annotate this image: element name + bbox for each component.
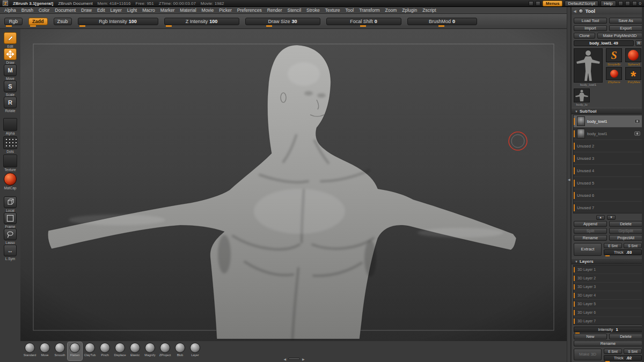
brushmod-slider[interactable]: BrushMod0 [407, 18, 477, 25]
layers-ssmt-button[interactable]: S Smt [624, 349, 642, 354]
menu-item-preferences[interactable]: Preferences [237, 8, 262, 13]
scale-tool-button[interactable]: S Scale [2, 80, 18, 97]
help-button[interactable]: Help [601, 1, 616, 6]
zadd-button[interactable]: Zadd [28, 18, 48, 25]
ssmt-button[interactable]: S Smt [624, 243, 642, 248]
scroll-right-icon[interactable]: ▶ [302, 357, 305, 361]
subtool-row[interactable]: Unused 6 [574, 189, 642, 202]
menu-item-light[interactable]: Light [127, 8, 137, 13]
layer-row[interactable]: 3D Layer 4 [574, 291, 642, 300]
z-intensity-slider[interactable]: Z Intensity100 [164, 18, 239, 25]
horizontal-scrollbar[interactable]: ◀ ▶ [278, 357, 310, 361]
import-button[interactable]: Import [574, 25, 607, 31]
draw-tool-button[interactable]: Draw [2, 48, 18, 64]
intensity-slider[interactable]: Intensity 1 [574, 327, 642, 333]
eye-icon[interactable] [634, 119, 640, 123]
stroke-selector[interactable]: Dots [2, 136, 18, 153]
layer-row[interactable]: 3D Layer 7 [574, 317, 642, 325]
window-icon-1[interactable] [529, 1, 533, 6]
save-as-button[interactable]: Save As [609, 18, 642, 24]
layers-esmt-button[interactable]: E Smt [604, 349, 622, 354]
layer-row[interactable]: 3D Layer 3 [574, 283, 642, 291]
zsphere-tool-thumb[interactable] [606, 67, 622, 80]
esmt-button[interactable]: E Smt [604, 243, 622, 248]
subtool-row[interactable]: Unused 4 [574, 165, 642, 177]
brush-pinch[interactable]: Pinch [98, 342, 112, 360]
draw-size-slider[interactable]: Draw Size30 [245, 18, 320, 25]
menu-item-picker[interactable]: Picker [219, 8, 232, 13]
menu-item-draw[interactable]: Draw [81, 8, 92, 13]
layers-section-header[interactable]: ▼Layers [572, 258, 644, 264]
menu-item-marker[interactable]: Marker [160, 8, 174, 13]
subtool-up-button[interactable]: ▲ [596, 215, 605, 220]
menu-item-color[interactable]: Color [39, 8, 49, 13]
frame-button[interactable]: Frame [2, 212, 18, 228]
move-tool-button[interactable]: M Move [2, 64, 18, 80]
brush-smooth[interactable]: Smooth [53, 342, 67, 360]
brush-flatten[interactable]: Flatten [68, 342, 82, 360]
active-tool-thumbnail[interactable] [574, 48, 603, 83]
brush-standard[interactable]: Standard [23, 342, 37, 360]
rename-subtool-button[interactable]: Rename [574, 235, 607, 241]
menu-item-document[interactable]: Document [55, 8, 76, 13]
menu-item-render[interactable]: Render [267, 8, 282, 13]
sculpt-canvas[interactable] [20, 29, 567, 341]
subtool-row[interactable]: Unused 2 [574, 140, 642, 152]
menu-item-movie[interactable]: Movie [202, 8, 214, 13]
projectall-button[interactable]: ProjectAll [609, 235, 642, 241]
polymesh-tool-thumb[interactable]: * [625, 67, 641, 80]
subtool-row[interactable]: Unused 7 [574, 202, 642, 213]
menu-item-zoom[interactable]: Zoom [385, 8, 397, 13]
alpha-selector[interactable]: Alpha [2, 118, 18, 135]
brush-magnify[interactable]: Magnify [143, 342, 157, 360]
rename-layer-button[interactable]: Rename [574, 341, 642, 346]
delete-layer-button[interactable]: Delete [609, 334, 642, 339]
make-polymesh3d-button[interactable]: Make PolyMesh3D [597, 33, 642, 39]
subtool-row[interactable]: Unused 3 [574, 152, 642, 165]
make-3d-button[interactable]: Make 3D [574, 349, 602, 360]
window-icon-4[interactable] [625, 1, 630, 6]
split-button[interactable]: Split [574, 228, 607, 234]
tool-palette-header[interactable]: ◀ Tool [572, 8, 644, 14]
default-zscript-button[interactable]: DefaultZScript [565, 1, 598, 6]
menu-item-texture[interactable]: Texture [325, 8, 340, 13]
rgb-button[interactable]: Rgb [4, 18, 23, 25]
menu-item-alpha[interactable]: Alpha [4, 8, 16, 13]
panel-scrollbar[interactable] [642, 7, 644, 362]
subtool-row[interactable]: body_lowl1 [574, 128, 642, 140]
grpsplit-button[interactable]: GrpSplit [609, 228, 642, 234]
texture-selector[interactable]: Texture [2, 154, 18, 172]
clone-button[interactable]: Clone [574, 33, 595, 39]
menu-item-macro[interactable]: Macro [142, 8, 155, 13]
export-button[interactable]: Export [609, 25, 642, 31]
subtool-row[interactable]: body_lowl1 [574, 115, 642, 128]
collapse-panel-icon[interactable]: ◀ [568, 178, 570, 181]
active-tool-name[interactable]: body_lowl1. 49 [574, 40, 634, 46]
window-icon-2[interactable] [536, 1, 540, 6]
menu-item-tool[interactable]: Tool [346, 8, 354, 13]
rgb-intensity-slider[interactable]: Rgb Intensity100 [78, 18, 158, 25]
panel-divider[interactable]: ◀ [567, 7, 571, 362]
brush-displace[interactable]: Displace [113, 342, 127, 360]
window-icon-5[interactable] [632, 1, 637, 6]
lsym-button[interactable]: ↔ L.Sym [2, 245, 18, 261]
menu-item-edit[interactable]: Edit [97, 8, 105, 13]
menus-button[interactable]: Menus [543, 1, 562, 6]
layers-thick-slider[interactable]: Thick .02 [604, 355, 642, 361]
palette-collapse-icon[interactable]: ◀ [574, 9, 576, 13]
eye-icon[interactable] [634, 131, 640, 136]
local-button[interactable]: Local [2, 196, 18, 212]
append-button[interactable]: Append [574, 221, 607, 227]
menu-item-layer[interactable]: Layer [111, 8, 122, 13]
layer-row[interactable]: 3D Layer 2 [574, 274, 642, 283]
window-icon-3[interactable] [618, 1, 623, 6]
extra-tool-thumb[interactable] [574, 88, 590, 102]
menu-item-material[interactable]: Material [180, 8, 196, 13]
layer-row[interactable]: 3D Layer 5 [574, 300, 642, 308]
focal-shift-slider[interactable]: Focal Shift0 [326, 18, 401, 25]
thick-slider[interactable]: Thick .03 [604, 249, 642, 255]
sphere3d-tool-thumb[interactable] [625, 48, 641, 62]
menu-item-zscript[interactable]: Zscript [422, 8, 436, 13]
simplebrush-tool-thumb[interactable]: S [606, 48, 622, 62]
subtool-down-button[interactable]: ▼ [607, 215, 616, 220]
